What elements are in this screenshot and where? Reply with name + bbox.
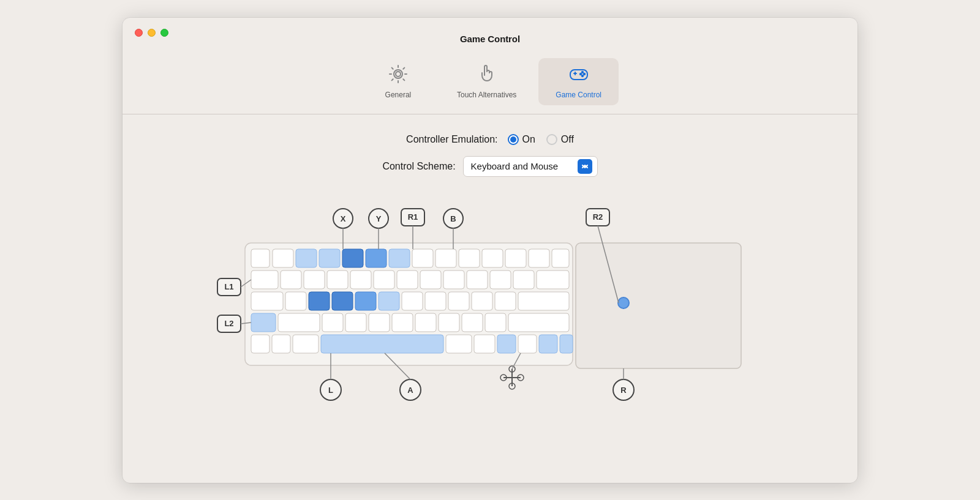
svg-rect-31 — [374, 271, 394, 289]
svg-rect-28 — [304, 271, 325, 289]
svg-rect-29 — [327, 271, 348, 289]
radio-on[interactable]: On — [508, 134, 535, 145]
control-scheme-label: Control Scheme: — [382, 161, 455, 172]
hand-icon — [477, 64, 497, 87]
svg-rect-21 — [459, 249, 480, 267]
svg-rect-41 — [309, 292, 330, 310]
svg-rect-16 — [342, 249, 363, 267]
diagram-container: X Y R1 B R2 L1 — [214, 200, 766, 457]
radio-off-circle[interactable] — [546, 134, 557, 145]
radio-on-label: On — [522, 134, 535, 145]
control-scheme-select[interactable]: Keyboard and Mouse — [463, 156, 598, 177]
select-chevron-icon[interactable] — [578, 159, 592, 174]
svg-text:L1: L1 — [224, 282, 233, 291]
svg-rect-37 — [513, 271, 534, 289]
svg-rect-38 — [537, 271, 569, 289]
svg-rect-70 — [539, 335, 557, 353]
radio-on-circle[interactable] — [508, 134, 519, 145]
tab-game-control[interactable]: Game Control — [538, 58, 619, 105]
svg-rect-48 — [472, 292, 492, 310]
minimize-button[interactable] — [148, 29, 156, 37]
svg-rect-33 — [420, 271, 441, 289]
svg-rect-15 — [319, 249, 340, 267]
svg-text:Y: Y — [376, 214, 382, 223]
svg-text:R2: R2 — [593, 212, 603, 222]
svg-point-106 — [613, 379, 634, 400]
svg-text:L2: L2 — [224, 319, 233, 328]
svg-rect-59 — [462, 313, 483, 332]
svg-rect-17 — [366, 249, 386, 267]
control-scheme-row: Control Scheme: Keyboard and Mouse — [147, 156, 833, 177]
svg-rect-62 — [251, 335, 270, 353]
svg-rect-57 — [415, 313, 436, 332]
svg-point-103 — [509, 366, 515, 372]
svg-rect-44 — [379, 292, 399, 310]
radio-off[interactable]: Off — [546, 134, 574, 145]
svg-rect-56 — [392, 313, 413, 332]
svg-rect-60 — [485, 313, 506, 332]
svg-point-96 — [400, 379, 421, 400]
svg-rect-52 — [278, 313, 320, 332]
svg-rect-78 — [401, 209, 424, 226]
svg-rect-32 — [397, 271, 418, 289]
svg-rect-65 — [321, 335, 443, 353]
svg-rect-36 — [490, 271, 511, 289]
svg-rect-18 — [389, 249, 410, 267]
svg-rect-64 — [293, 335, 318, 353]
emulation-label: Controller Emulation: — [406, 134, 497, 145]
svg-line-86 — [598, 226, 619, 303]
svg-rect-67 — [474, 335, 495, 353]
maximize-button[interactable] — [160, 29, 168, 37]
svg-rect-43 — [355, 292, 376, 310]
svg-rect-22 — [482, 249, 503, 267]
control-scheme-value: Keyboard and Mouse — [471, 161, 571, 171]
svg-rect-24 — [529, 249, 549, 267]
svg-text:R: R — [620, 386, 627, 395]
close-button[interactable] — [135, 29, 143, 37]
svg-point-102 — [518, 375, 524, 381]
svg-rect-69 — [518, 335, 537, 353]
svg-point-7 — [581, 75, 582, 76]
svg-line-98 — [385, 353, 410, 379]
tab-general[interactable]: General — [361, 58, 435, 105]
diagram-svg: X Y R1 B R2 L1 — [214, 200, 766, 457]
content-area: Controller Emulation: On Off Control Sch… — [123, 114, 858, 483]
svg-rect-46 — [425, 292, 446, 310]
svg-rect-90 — [217, 315, 241, 332]
gamepad-icon — [569, 64, 589, 87]
tab-touch-alternatives[interactable]: Touch Alternatives — [440, 58, 533, 105]
svg-text:B: B — [450, 214, 456, 223]
svg-point-93 — [320, 379, 341, 400]
svg-text:X: X — [341, 214, 346, 223]
svg-rect-45 — [402, 292, 423, 310]
main-window: Game Control General Touch Alternatives — [123, 18, 858, 483]
svg-rect-51 — [251, 313, 276, 332]
svg-line-105 — [512, 353, 521, 369]
svg-point-6 — [583, 73, 584, 74]
svg-point-5 — [581, 71, 582, 72]
toolbar: General Touch Alternatives — [123, 50, 858, 105]
svg-rect-66 — [446, 335, 472, 353]
svg-rect-35 — [467, 271, 488, 289]
window-title: Game Control — [135, 34, 845, 44]
gear-icon — [388, 64, 408, 87]
svg-rect-30 — [350, 271, 371, 289]
svg-rect-63 — [272, 335, 290, 353]
svg-rect-23 — [505, 249, 526, 267]
svg-rect-49 — [495, 292, 516, 310]
svg-rect-34 — [443, 271, 464, 289]
svg-rect-54 — [345, 313, 366, 332]
svg-rect-42 — [332, 292, 353, 310]
svg-rect-11 — [245, 243, 573, 365]
svg-rect-47 — [448, 292, 469, 310]
emulation-radio-group: On Off — [508, 134, 574, 145]
svg-rect-27 — [281, 271, 301, 289]
svg-point-81 — [443, 209, 463, 228]
svg-rect-14 — [296, 249, 317, 267]
svg-rect-40 — [285, 292, 306, 310]
svg-point-75 — [369, 209, 388, 228]
tab-general-label: General — [385, 91, 412, 99]
svg-text:L: L — [328, 386, 333, 395]
svg-text:R1: R1 — [408, 212, 418, 222]
svg-rect-61 — [508, 313, 569, 332]
